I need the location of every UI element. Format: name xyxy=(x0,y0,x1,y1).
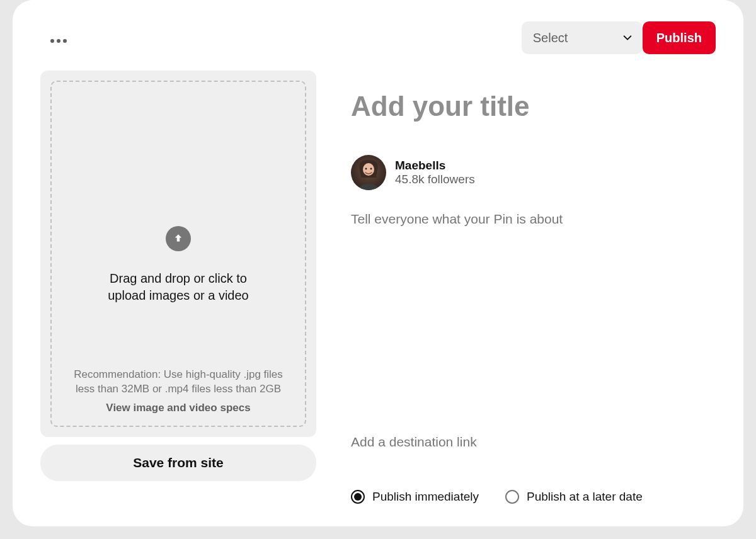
radio-unchecked-icon xyxy=(505,490,519,504)
destination-link-input[interactable] xyxy=(351,434,716,450)
top-controls: Select Publish xyxy=(522,21,716,54)
description-input[interactable] xyxy=(351,212,716,227)
radio-publish-immediately[interactable]: Publish immediately xyxy=(351,490,479,504)
board-select-dropdown[interactable]: Select xyxy=(522,21,643,54)
svg-point-3 xyxy=(365,168,367,170)
author-followers: 45.8k followers xyxy=(395,173,475,186)
upload-box: Drag and drop or click to upload images … xyxy=(40,71,316,437)
save-from-site-button[interactable]: Save from site xyxy=(40,445,316,481)
view-specs-link[interactable]: View image and video specs xyxy=(63,402,294,414)
radio-publish-later[interactable]: Publish at a later date xyxy=(505,490,643,504)
publish-button[interactable]: Publish xyxy=(643,21,716,54)
title-input[interactable] xyxy=(351,91,716,122)
radio-label: Publish at a later date xyxy=(527,490,643,504)
chevron-down-icon xyxy=(622,33,633,43)
svg-point-4 xyxy=(370,168,372,170)
avatar xyxy=(351,155,386,190)
create-pin-card: Select Publish Drag and drop or click to… xyxy=(13,0,743,526)
upload-recommendation-text: Recommendation: Use high-quality .jpg fi… xyxy=(63,368,294,397)
board-select-label: Select xyxy=(533,31,568,45)
author-name: Maebells xyxy=(395,159,475,173)
upload-arrow-icon xyxy=(166,226,191,251)
more-options-button[interactable] xyxy=(48,37,69,45)
radio-checked-icon xyxy=(351,490,365,504)
schedule-radio-group: Publish immediately Publish at a later d… xyxy=(351,490,716,504)
radio-label: Publish immediately xyxy=(372,490,479,504)
upload-prompt-text: Drag and drop or click to upload images … xyxy=(90,270,266,304)
upload-dropzone[interactable]: Drag and drop or click to upload images … xyxy=(50,81,306,427)
author-row: Maebells 45.8k followers xyxy=(351,155,716,190)
